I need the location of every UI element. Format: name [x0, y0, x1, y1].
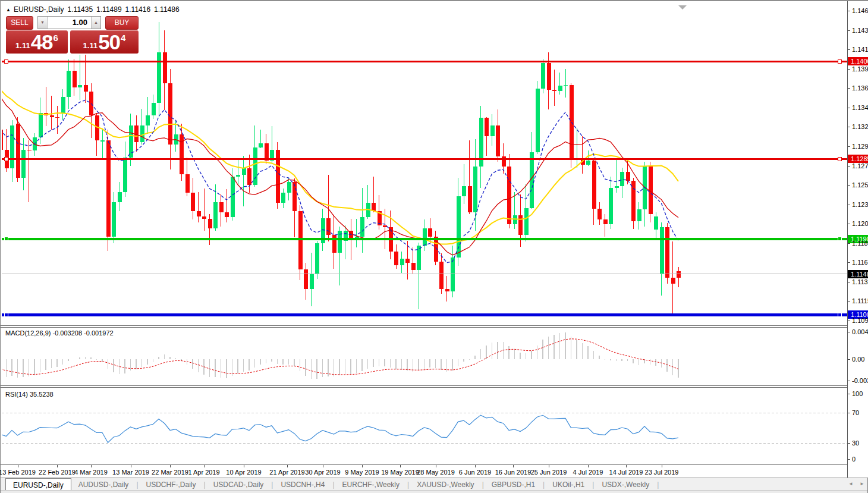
rsi-panel[interactable] [2, 388, 847, 464]
time-axis-tick [204, 465, 205, 467]
time-axis-tick [362, 465, 363, 467]
tab-scroll-right-icon[interactable]: ► [860, 481, 864, 486]
volume-stepper: ▼ 1.00 ▲ [37, 16, 101, 29]
rsi-axis-label: 100 [848, 390, 868, 398]
ask-pip-digit: 4 [121, 33, 125, 43]
panel-splitter[interactable] [1, 385, 867, 388]
time-axis-label: 6 Jun 2019 [453, 469, 497, 476]
price-axis-label: 1.12075 [848, 220, 868, 228]
chart-tab-usdcnh-h4[interactable]: USDCNH-,H4 [273, 478, 332, 490]
time-axis-tick [475, 465, 476, 467]
time-axis-tick [549, 465, 549, 467]
price-axis-label: 1.11155 [848, 297, 868, 305]
ohlc-open: 1.11435 [68, 5, 93, 14]
sell-button[interactable]: SELL [6, 16, 33, 30]
tab-scroll-left-icon[interactable]: ◄ [848, 481, 853, 486]
time-axis-tick [170, 465, 171, 467]
chart-tab-gbpusd-h1[interactable]: GBPUSD-,H1 [485, 478, 542, 490]
chart-tab-eurchf-weekly[interactable]: EURCHF-,Weekly [335, 478, 407, 490]
time-axis-label: 13 Mar 2019 [109, 469, 153, 476]
price-axis-label: 1.11385 [848, 278, 868, 286]
price-axis[interactable]: 1.146051.143751.141451.140091.139151.136… [847, 1, 868, 478]
rsi-axis-label: 70 [848, 409, 868, 417]
time-axis-label: 13 Feb 2019 [0, 469, 39, 476]
time-axis-tick [513, 465, 514, 467]
time-axis-tick [287, 465, 288, 467]
rsi-axis-label: 30 [848, 439, 868, 447]
current-price-tag: 1.11486 [848, 270, 868, 278]
price-axis-label: 1.10925 [848, 317, 868, 325]
ask-big-digits: 50 [98, 33, 120, 52]
chart-tab-eurusd-daily[interactable]: EURUSD-,Daily [5, 478, 71, 490]
time-axis-label: 1 Apr 2019 [182, 469, 226, 476]
price-axis-label: 1.11845 [848, 240, 868, 247]
time-axis-tick [131, 465, 131, 467]
price-axis-label: 1.12765 [848, 162, 868, 170]
level-price-tag: 1.14009 [848, 57, 868, 65]
bid-pip-digit: 6 [54, 33, 58, 43]
chart-tab-ukoil-h1[interactable]: UKOil-,H1 [545, 478, 592, 490]
time-axis-tick [91, 465, 92, 467]
time-axis[interactable]: 13 Feb 201922 Feb 20194 Mar 201913 Mar 2… [1, 465, 847, 478]
chart-tabs-bar: EURUSD-,DailyAUDUSD-,Daily|USDCHF-,Daily… [1, 478, 867, 490]
time-axis-label: 4 Mar 2019 [69, 469, 113, 476]
price-axis-label: 1.13915 [848, 65, 868, 73]
macd-axis-label: -0.003715 [848, 377, 868, 385]
rsi-axis-label: 0 [848, 456, 868, 463]
price-axis-label: 1.13225 [848, 123, 868, 131]
price-axis-label: 1.12995 [848, 143, 868, 150]
time-axis-label: 23 Jul 2019 [640, 469, 684, 476]
chart-tab-usdchf-daily[interactable]: USDCHF-,Daily [139, 478, 203, 490]
level-price-tag: 1.12851 [848, 155, 868, 163]
volume-input[interactable]: 1.00 [48, 17, 91, 29]
price-axis-label: 1.11615 [848, 259, 868, 266]
rsi-label: RSI(14) 35.5238 [5, 391, 54, 398]
time-axis-tick [244, 465, 244, 467]
status-strip [1, 490, 867, 493]
tab-separator: | [656, 478, 659, 490]
time-axis-label: 9 May 2019 [340, 469, 384, 476]
volume-decrease-icon[interactable]: ▼ [38, 17, 48, 29]
time-axis-label: 28 May 2019 [414, 469, 458, 476]
one-click-trading-panel: SELL ▼ 1.00 ▲ BUY 1.11 48 6 1.11 50 4 [6, 16, 139, 54]
chart-tab-audusd-daily[interactable]: AUDUSD-,Daily [71, 478, 136, 490]
time-axis-tick [57, 465, 58, 467]
macd-axis-label: 0.004465 [848, 328, 868, 336]
chart-tab-usdx-weekly[interactable]: USDX-,Weekly [595, 478, 656, 490]
bid-prefix: 1.11 [15, 41, 30, 50]
volume-increase-icon[interactable]: ▲ [91, 17, 100, 29]
price-axis-label: 1.12535 [848, 181, 868, 189]
time-axis-label: 4 Jul 2019 [566, 469, 610, 476]
chart-tab-xauusd-weekly[interactable]: XAUUSD-,Weekly [410, 478, 481, 490]
time-axis-tick [436, 465, 436, 467]
price-axis-label: 1.13685 [848, 84, 868, 92]
chart-window: MACD(12,26,9) -0.003208 -0.001972 RSI(14… [0, 0, 868, 493]
price-axis-label: 1.14145 [848, 46, 868, 54]
time-axis-label: 25 Jun 2019 [527, 469, 571, 476]
price-axis-label: 1.13455 [848, 104, 868, 112]
sell-price-button[interactable]: 1.11 48 6 [6, 30, 68, 54]
buy-button[interactable]: BUY [105, 16, 139, 30]
time-axis-tick [588, 465, 589, 467]
price-axis-label: 1.14605 [848, 7, 868, 15]
ohlc-low: 1.11416 [125, 5, 151, 14]
bid-big-digits: 48 [31, 33, 53, 52]
chart-tab-usdcad-daily[interactable]: USDCAD-,Daily [206, 478, 271, 490]
price-axis-label: 1.14375 [848, 27, 868, 34]
time-axis-tick [400, 465, 401, 467]
time-axis-tick [626, 465, 627, 467]
time-axis-tick [18, 465, 18, 467]
macd-panel[interactable] [2, 328, 847, 385]
time-axis-label: 10 Apr 2019 [222, 469, 266, 476]
ask-prefix: 1.11 [83, 41, 98, 50]
buy-price-button[interactable]: 1.11 50 4 [70, 30, 139, 54]
time-axis-tick [323, 465, 323, 467]
tab-scroll-arrows: ◄ ► [843, 481, 864, 486]
price-axis-label: 1.12305 [848, 201, 868, 209]
chart-symbol-header: ▲EURUSD-,Daily1.114351.114891.114161.114… [6, 5, 180, 14]
collapse-panel-icon[interactable]: ▲ [6, 7, 11, 12]
macd-axis-label: 0.00 [848, 356, 868, 363]
macd-label: MACD(12,26,9) -0.003208 -0.001972 [5, 329, 114, 337]
symbol-period-label: EURUSD-,Daily [14, 5, 64, 14]
ohlc-high: 1.11489 [96, 5, 122, 14]
